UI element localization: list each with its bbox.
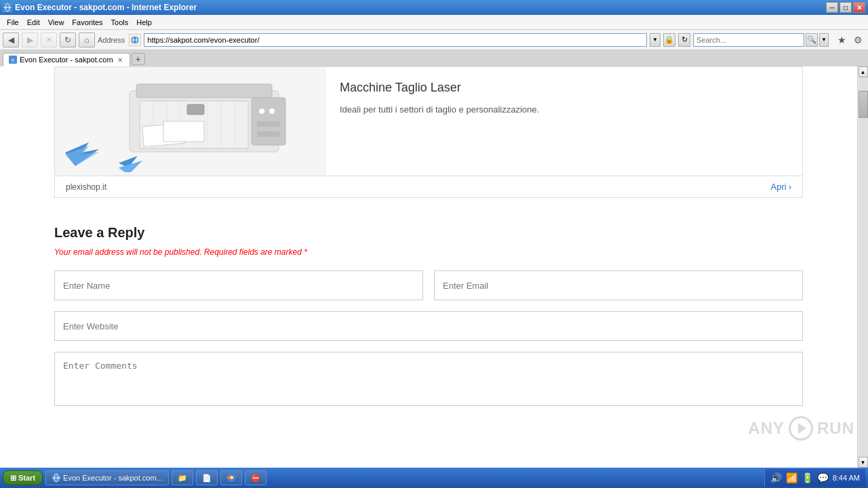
chevron-right-icon: › bbox=[789, 182, 791, 192]
taskbar: ⊞ Start Evon Executor - sakpot.com... 📁 … bbox=[0, 468, 868, 488]
ad-footer: plexishop.it Apri › bbox=[55, 176, 802, 197]
tab-label: Evon Executor - sakpot.com bbox=[20, 56, 113, 64]
search-bar: 🔍 ▼ bbox=[693, 33, 829, 47]
favorites-icon[interactable]: ★ bbox=[834, 33, 849, 47]
menu-edit[interactable]: Edit bbox=[23, 18, 44, 26]
folder-icon: 📁 bbox=[178, 474, 187, 483]
restore-button[interactable]: □ bbox=[840, 2, 852, 13]
taskbar-chrome-item[interactable] bbox=[220, 470, 242, 485]
ad-domain: plexishop.it bbox=[66, 182, 106, 192]
vertical-scrollbar[interactable]: ▲ ▼ bbox=[857, 66, 868, 468]
title-bar-left: Evon Executor - sakpot.com - Internet Ex… bbox=[3, 3, 197, 12]
tab-favicon: e bbox=[9, 56, 17, 64]
menu-favorites[interactable]: Favorites bbox=[68, 18, 106, 26]
svg-point-10 bbox=[269, 108, 275, 114]
comments-textarea[interactable] bbox=[54, 352, 803, 406]
tab-close-button[interactable]: ✕ bbox=[116, 56, 124, 64]
website-input[interactable] bbox=[54, 311, 803, 341]
svg-rect-22 bbox=[163, 121, 204, 142]
required-marker: * bbox=[304, 247, 307, 257]
browser-content: Macchine Taglio Laser Ideali per tutti i… bbox=[0, 66, 868, 468]
chrome-icon bbox=[226, 473, 236, 483]
nav-bar: ◀ ▶ ✕ ↻ ⌂ Address ▼ 🔒 ↻ 🔍 ▼ ★ ⚙ bbox=[0, 30, 868, 50]
window-title: Evon Executor - sakpot.com - Internet Ex… bbox=[15, 3, 197, 12]
minimize-button[interactable]: ─ bbox=[826, 2, 838, 13]
back-button[interactable]: ◀ bbox=[3, 33, 19, 47]
comments-note-text: Your email address will not be published… bbox=[54, 247, 304, 257]
app2-icon: 📄 bbox=[202, 474, 212, 483]
title-bar-buttons: ─ □ ✕ bbox=[826, 2, 865, 13]
search-dropdown[interactable]: ▼ bbox=[819, 33, 829, 47]
nav-icons-right: ★ ⚙ bbox=[834, 33, 865, 47]
comments-section: Leave a Reply Your email address will no… bbox=[0, 211, 857, 422]
menu-view[interactable]: View bbox=[44, 18, 68, 26]
email-input[interactable] bbox=[434, 270, 803, 300]
stop-button[interactable]: ✕ bbox=[41, 33, 57, 47]
laser-machine-svg bbox=[62, 70, 319, 172]
comments-note: Your email address will not be published… bbox=[54, 247, 803, 257]
page-content: Macchine Taglio Laser Ideali per tutti i… bbox=[0, 66, 857, 468]
taskbar-ie-item[interactable]: Evon Executor - sakpot.com... bbox=[45, 470, 169, 485]
ad-image bbox=[55, 67, 326, 176]
ad-description: Ideali per tutti i settori di taglio e p… bbox=[340, 103, 789, 117]
taskbar-app2-item[interactable]: 📄 bbox=[196, 470, 218, 485]
taskbar-right: 🔊 📶 🔋 💬 8:44 AM bbox=[764, 469, 865, 487]
ad-link-text: Apri bbox=[771, 182, 787, 192]
home-button[interactable]: ⌂ bbox=[79, 33, 95, 47]
address-dropdown[interactable]: ▼ bbox=[650, 33, 660, 47]
ad-card: Macchine Taglio Laser Ideali per tutti i… bbox=[54, 66, 803, 198]
active-tab[interactable]: e Evon Executor - sakpot.com ✕ bbox=[3, 53, 130, 66]
ad-text: Macchine Taglio Laser Ideali per tutti i… bbox=[326, 67, 802, 176]
refresh-button[interactable]: ↻ bbox=[60, 33, 76, 47]
menu-bar: File Edit View Favorites Tools Help bbox=[0, 15, 868, 30]
speaker-icon[interactable]: 🔊 bbox=[770, 472, 782, 483]
taskbar-ie-label: Evon Executor - sakpot.com... bbox=[63, 474, 163, 482]
tools-icon[interactable]: ⚙ bbox=[850, 33, 865, 47]
address-bar: Address ▼ 🔒 ↻ bbox=[98, 33, 690, 47]
address-icon bbox=[129, 34, 141, 46]
lock-icon: 🔒 bbox=[663, 33, 675, 47]
name-input[interactable] bbox=[54, 270, 423, 300]
taskbar-time: 8:44 AM bbox=[833, 474, 860, 482]
scroll-track[interactable] bbox=[859, 77, 868, 457]
tab-bar: e Evon Executor - sakpot.com ✕ + bbox=[0, 50, 868, 66]
address-input[interactable] bbox=[144, 33, 647, 47]
refresh-btn-2[interactable]: ↻ bbox=[678, 33, 690, 47]
comments-title: Leave a Reply bbox=[54, 225, 803, 241]
menu-file[interactable]: File bbox=[3, 18, 23, 26]
app3-icon: ⛔ bbox=[251, 474, 260, 483]
menu-tools[interactable]: Tools bbox=[107, 18, 133, 26]
svg-rect-23 bbox=[187, 104, 204, 115]
svg-rect-11 bbox=[257, 121, 280, 127]
search-button[interactable]: 🔍 bbox=[806, 33, 818, 47]
scroll-thumb[interactable] bbox=[859, 91, 868, 118]
svg-rect-12 bbox=[257, 131, 280, 137]
brand-arrow-icon bbox=[65, 142, 99, 169]
ad-open-link[interactable]: Apri › bbox=[771, 182, 791, 192]
start-label: Start bbox=[18, 474, 35, 482]
start-icon: ⊞ bbox=[10, 474, 16, 483]
svg-marker-27 bbox=[65, 146, 99, 166]
notification-icon[interactable]: 💬 bbox=[817, 472, 829, 483]
forward-button[interactable]: ▶ bbox=[22, 33, 38, 47]
close-button[interactable]: ✕ bbox=[853, 2, 865, 13]
name-email-row bbox=[54, 270, 803, 300]
ad-inner: Macchine Taglio Laser Ideali per tutti i… bbox=[55, 67, 802, 176]
ie-icon bbox=[3, 3, 12, 12]
taskbar-ie-icon bbox=[52, 473, 61, 483]
address-label: Address bbox=[98, 36, 125, 44]
start-button[interactable]: ⊞ Start bbox=[3, 470, 43, 485]
scroll-up-arrow[interactable]: ▲ bbox=[859, 66, 868, 77]
menu-help[interactable]: Help bbox=[132, 18, 156, 26]
taskbar-app3-item[interactable]: ⛔ bbox=[245, 470, 267, 485]
ad-title: Macchine Taglio Laser bbox=[340, 81, 789, 95]
title-bar: Evon Executor - sakpot.com - Internet Ex… bbox=[0, 0, 868, 15]
scroll-down-arrow[interactable]: ▼ bbox=[859, 457, 868, 468]
new-tab-button[interactable]: + bbox=[132, 53, 145, 65]
taskbar-folder-item[interactable]: 📁 bbox=[172, 470, 193, 485]
svg-point-9 bbox=[259, 108, 264, 114]
network-icon[interactable]: 📶 bbox=[786, 472, 797, 483]
svg-rect-7 bbox=[136, 84, 272, 98]
search-input[interactable] bbox=[693, 33, 804, 47]
battery-icon: 🔋 bbox=[802, 472, 813, 483]
